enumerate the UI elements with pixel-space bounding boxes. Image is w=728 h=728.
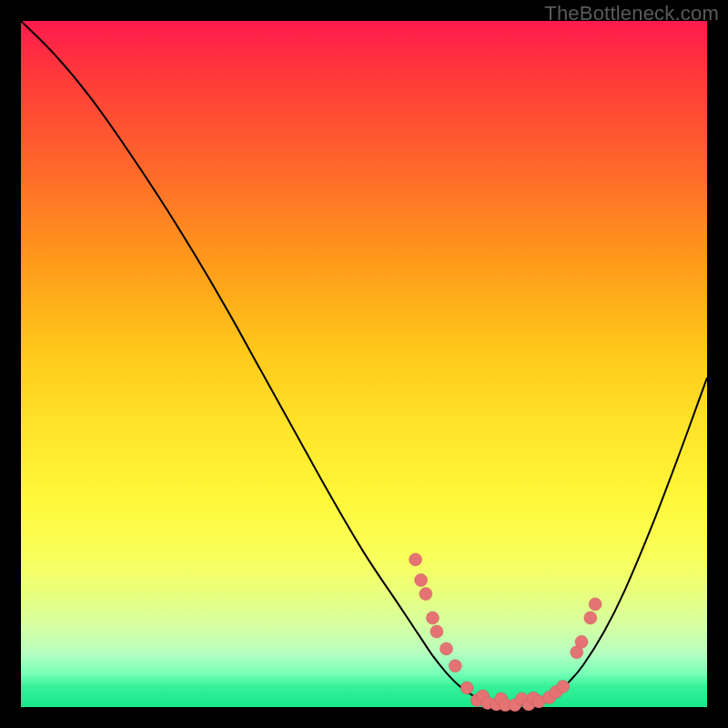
- data-points: [410, 553, 602, 712]
- data-point: [575, 635, 588, 648]
- data-point: [449, 660, 461, 672]
- data-point: [557, 680, 570, 693]
- data-point: [430, 625, 443, 638]
- data-point: [410, 553, 422, 566]
- data-point: [584, 612, 597, 624]
- bottleneck-curve: [21, 21, 707, 705]
- data-point: [415, 574, 428, 587]
- curve-svg: [21, 21, 707, 707]
- data-point: [440, 642, 452, 655]
- data-point: [589, 598, 602, 611]
- chart-container: TheBottleneck.com: [0, 0, 728, 728]
- data-point: [426, 612, 439, 624]
- data-point: [420, 588, 432, 601]
- plot-area: [21, 21, 707, 707]
- data-point: [460, 682, 473, 694]
